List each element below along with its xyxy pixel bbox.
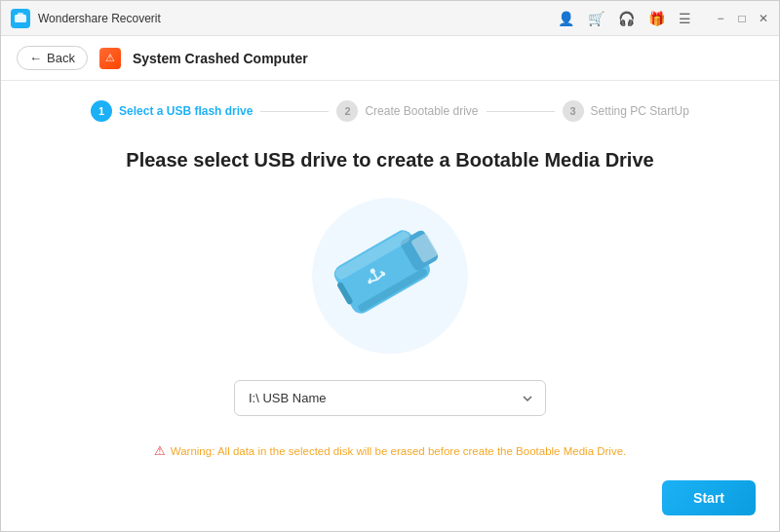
svg-rect-1 xyxy=(18,13,23,16)
app-logo xyxy=(11,9,30,28)
app-name: Wondershare Recoverit xyxy=(38,12,161,25)
step-3: 3 Setting PC StartUp xyxy=(563,100,689,122)
title-bar: Wondershare Recoverit 👤 🛒 🎧 🎁 ☰ − □ ✕ xyxy=(1,1,779,36)
minimize-button[interactable]: − xyxy=(715,13,726,24)
back-arrow-icon: ← xyxy=(29,51,42,65)
step-2: 2 Create Bootable drive xyxy=(336,100,478,122)
warning-icon: ⚠ xyxy=(154,443,166,458)
menu-icon[interactable]: ☰ xyxy=(679,11,691,26)
nav-bar: ← Back ⚠ System Crashed Computer xyxy=(1,36,779,81)
window-controls: − □ ✕ xyxy=(715,13,769,24)
usb-dropdown[interactable]: I:\ USB Name xyxy=(234,380,546,416)
close-button[interactable]: ✕ xyxy=(758,13,769,24)
back-label: Back xyxy=(47,51,75,65)
start-button[interactable]: Start xyxy=(662,480,756,515)
warning-container: ⚠ Warning: All data in the selected disk… xyxy=(154,443,627,458)
cart-icon[interactable]: 🛒 xyxy=(588,11,604,26)
svg-line-13 xyxy=(380,272,382,273)
title-bar-left: Wondershare Recoverit xyxy=(11,9,161,28)
page-icon: ⚠ xyxy=(99,48,121,69)
usb-svg xyxy=(292,193,488,359)
step-3-circle: 3 xyxy=(563,100,584,122)
gift-icon[interactable]: 🎁 xyxy=(648,11,665,26)
step-1-circle: 1 xyxy=(91,100,112,122)
back-button[interactable]: ← Back xyxy=(17,46,88,70)
step-3-label: Setting PC StartUp xyxy=(591,104,689,118)
step-2-circle: 2 xyxy=(336,100,358,122)
headset-icon[interactable]: 🎧 xyxy=(618,11,635,26)
page-title: System Crashed Computer xyxy=(133,51,308,66)
maximize-button[interactable]: □ xyxy=(736,13,748,24)
step-2-label: Create Bootable drive xyxy=(365,104,478,118)
steps-container: 1 Select a USB flash drive 2 Create Boot… xyxy=(91,100,689,122)
title-bar-actions: 👤 🛒 🎧 🎁 ☰ − □ ✕ xyxy=(558,11,769,26)
warning-message: Warning: All data in the selected disk w… xyxy=(171,445,627,457)
usb-illustration xyxy=(292,193,488,359)
main-content: 1 Select a USB flash drive 2 Create Boot… xyxy=(1,81,779,531)
svg-rect-0 xyxy=(15,15,26,22)
step-1: 1 Select a USB flash drive xyxy=(91,100,253,122)
main-heading: Please select USB drive to create a Boot… xyxy=(126,149,653,171)
step-line-1 xyxy=(260,111,329,112)
step-line-2 xyxy=(487,111,555,112)
person-icon[interactable]: 👤 xyxy=(558,11,574,26)
step-1-label: Select a USB flash drive xyxy=(119,104,253,118)
